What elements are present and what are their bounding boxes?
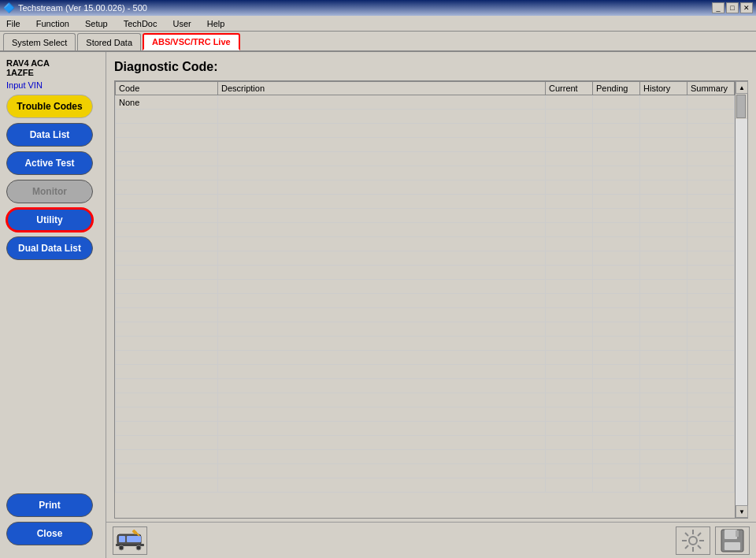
cell-history — [640, 95, 687, 110]
table-row — [116, 365, 735, 379]
scroll-up-button[interactable]: ▲ — [736, 81, 748, 94]
table-row — [116, 294, 735, 308]
main-window: 🔷 Techstream (Ver 15.00.026) - 500 _ □ ✕… — [0, 0, 756, 558]
active-test-button[interactable]: Active Test — [6, 151, 93, 175]
table-row — [116, 166, 735, 180]
menu-file[interactable]: File — [3, 18, 24, 29]
diagnostics-icon-button[interactable] — [113, 526, 147, 555]
menu-bar: File Function Setup TechDoc User Help — [0, 16, 756, 32]
save-icon — [720, 528, 745, 553]
menu-function[interactable]: Function — [33, 18, 72, 29]
data-list-button[interactable]: Data List — [6, 123, 93, 147]
vertical-scrollbar[interactable]: ▲ ▼ — [735, 81, 747, 518]
table-row — [116, 379, 735, 393]
table-row — [116, 180, 735, 195]
cell-current — [546, 95, 593, 110]
footer-right — [676, 526, 750, 555]
diagnostic-code-title: Diagnostic Code: — [114, 60, 748, 74]
scroll-track — [736, 119, 747, 505]
col-header-code: Code — [116, 82, 218, 95]
table-row — [116, 209, 735, 223]
table-row — [116, 124, 735, 138]
table-row — [116, 237, 735, 251]
cell-code: None — [116, 95, 218, 110]
cell-pending — [593, 95, 640, 110]
table-row — [116, 322, 735, 337]
footer-bar — [106, 522, 756, 558]
dual-data-list-button[interactable]: Dual Data List — [6, 236, 93, 260]
close-button[interactable]: ✕ — [740, 2, 753, 13]
table-scroll-area: Code Description Current Pending History… — [115, 81, 735, 518]
svg-rect-20 — [736, 530, 739, 537]
app-title: Techstream (Ver 15.00.026) - 500 — [18, 3, 147, 13]
body-area: RAV4 ACA 1AZFE Input VIN Trouble Codes D… — [0, 52, 756, 558]
title-bar: 🔷 Techstream (Ver 15.00.026) - 500 _ □ ✕ — [0, 0, 756, 16]
table-row — [116, 110, 735, 124]
trouble-codes-button[interactable]: Trouble Codes — [6, 95, 93, 118]
maximize-button[interactable]: □ — [726, 2, 739, 13]
table-row — [116, 478, 735, 493]
tab-stored-data[interactable]: Stored Data — [77, 33, 141, 50]
table-row — [116, 152, 735, 166]
table-row — [116, 393, 735, 407]
col-header-summary: Summary — [687, 82, 735, 95]
sidebar-top: RAV4 ACA 1AZFE Input VIN Trouble Codes D… — [0, 52, 106, 487]
svg-point-5 — [136, 545, 141, 550]
table-row — [116, 337, 735, 351]
minimize-button[interactable]: _ — [712, 2, 724, 13]
menu-techdoc[interactable]: TechDoc — [120, 18, 161, 29]
svg-point-4 — [119, 545, 124, 550]
tab-system-select[interactable]: System Select — [3, 33, 76, 50]
scroll-thumb[interactable] — [736, 95, 746, 118]
svg-rect-1 — [119, 536, 125, 542]
vehicle-line1: RAV4 ACA — [6, 58, 99, 68]
svg-rect-19 — [724, 542, 740, 550]
diagnostic-table: Code Description Current Pending History… — [115, 81, 735, 493]
table-row — [116, 464, 735, 478]
table-row — [116, 450, 735, 464]
input-vin-label: Input VIN — [6, 80, 99, 90]
col-header-current: Current — [546, 82, 593, 95]
print-button[interactable]: Print — [6, 493, 93, 517]
svg-line-14 — [698, 545, 701, 549]
cell-summary — [687, 95, 735, 110]
table-row — [116, 138, 735, 152]
tab-abs-vsc-trc[interactable]: ABS/VSC/TRC Live — [143, 33, 240, 50]
monitor-button[interactable]: Monitor — [6, 180, 93, 203]
svg-line-15 — [698, 533, 701, 536]
table-row — [116, 223, 735, 237]
diagnostic-table-body: None — [116, 95, 735, 493]
save-icon-button[interactable] — [715, 526, 750, 555]
table-row — [116, 195, 735, 209]
car-diagnostic-icon — [116, 528, 144, 553]
table-row — [116, 266, 735, 280]
menu-user[interactable]: User — [169, 18, 194, 29]
menu-setup[interactable]: Setup — [82, 18, 111, 29]
col-header-history: History — [640, 82, 687, 95]
gear-icon — [680, 528, 706, 553]
settings-icon-button[interactable] — [676, 526, 710, 555]
svg-line-13 — [685, 533, 688, 536]
diagnostic-table-container: Code Description Current Pending History… — [114, 80, 748, 519]
table-row — [116, 407, 735, 422]
col-header-pending: Pending — [593, 82, 640, 95]
utility-button[interactable]: Utility — [6, 208, 93, 232]
title-bar-left: 🔷 Techstream (Ver 15.00.026) - 500 — [3, 2, 147, 13]
table-row — [116, 422, 735, 436]
table-row: None — [116, 95, 735, 110]
table-row — [116, 436, 735, 450]
table-row — [116, 251, 735, 266]
scroll-down-button[interactable]: ▼ — [736, 505, 748, 518]
table-row — [116, 351, 735, 365]
app-icon: 🔷 — [3, 2, 15, 13]
svg-line-16 — [685, 545, 688, 549]
menu-help[interactable]: Help — [204, 18, 228, 29]
sidebar-bottom: Print Close — [0, 487, 106, 552]
svg-rect-2 — [127, 536, 141, 542]
col-header-description: Description — [218, 82, 546, 95]
tab-bar: System Select Stored Data ABS/VSC/TRC Li… — [0, 32, 756, 52]
cell-desc — [218, 95, 546, 110]
vehicle-info: RAV4 ACA 1AZFE — [6, 58, 99, 77]
svg-point-8 — [689, 537, 697, 545]
close-main-button[interactable]: Close — [6, 522, 93, 545]
